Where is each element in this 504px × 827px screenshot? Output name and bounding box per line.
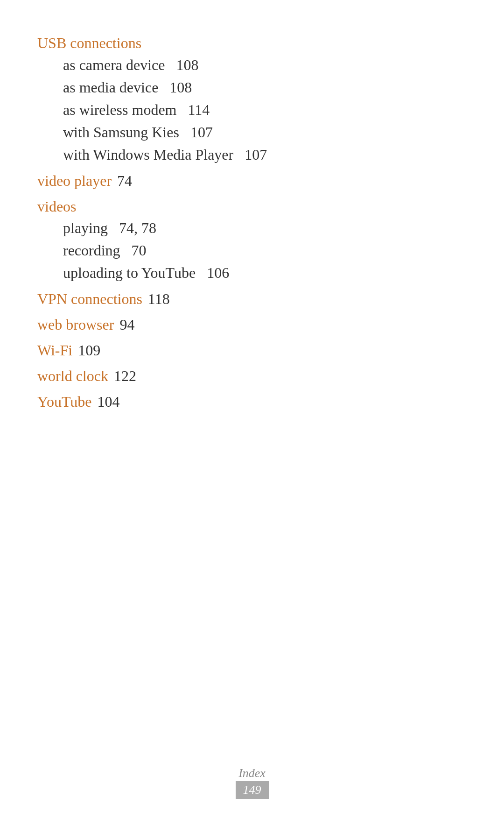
entry-heading-video-player: video player xyxy=(37,172,112,189)
entry-vpn-connections: VPN connections 118 xyxy=(37,289,467,310)
entry-heading-videos: videos xyxy=(37,196,467,217)
page-num-web-browser: 94 xyxy=(119,316,134,333)
footer-page-number: 149 xyxy=(236,781,269,799)
entry-heading-usb-connections: USB connections xyxy=(37,33,467,54)
page-num-wifi: 109 xyxy=(78,342,100,359)
entry-world-clock: world clock 122 xyxy=(37,366,467,387)
footer-label: Index xyxy=(0,766,504,780)
page-num-vpn: 118 xyxy=(148,290,170,307)
sub-entries-usb-connections: as camera device 108 as media device 108… xyxy=(37,54,467,166)
entry-usb-connections: USB connections as camera device 108 as … xyxy=(37,33,467,166)
entry-heading-web-browser: web browser xyxy=(37,316,114,333)
entry-heading-world-clock: world clock xyxy=(37,368,108,384)
entry-web-browser: web browser 94 xyxy=(37,314,467,335)
footer: Index 149 xyxy=(0,766,504,799)
entry-heading-wifi: Wi-Fi xyxy=(37,342,72,359)
page-num-youtube: 104 xyxy=(98,393,120,410)
list-item: as camera device 108 xyxy=(63,54,467,76)
page-num-video-player: 74 xyxy=(117,172,132,189)
list-item: with Windows Media Player 107 xyxy=(63,143,467,166)
entry-youtube: YouTube 104 xyxy=(37,391,467,412)
entry-video-player: video player 74 xyxy=(37,170,467,191)
list-item: as media device 108 xyxy=(63,76,467,99)
entry-heading-youtube: YouTube xyxy=(37,393,92,410)
list-item: recording 70 xyxy=(63,239,467,262)
list-item: uploading to YouTube 106 xyxy=(63,262,467,284)
list-item: playing 74, 78 xyxy=(63,217,467,239)
page-content: USB connections as camera device 108 as … xyxy=(0,0,504,459)
entry-heading-vpn: VPN connections xyxy=(37,290,142,307)
entry-videos: videos playing 74, 78 recording 70 uploa… xyxy=(37,196,467,284)
list-item: with Samsung Kies 107 xyxy=(63,121,467,143)
list-item: as wireless modem 114 xyxy=(63,99,467,121)
page-num-world-clock: 122 xyxy=(114,368,136,384)
entry-wifi: Wi-Fi 109 xyxy=(37,340,467,361)
sub-entries-videos: playing 74, 78 recording 70 uploading to… xyxy=(37,217,467,284)
